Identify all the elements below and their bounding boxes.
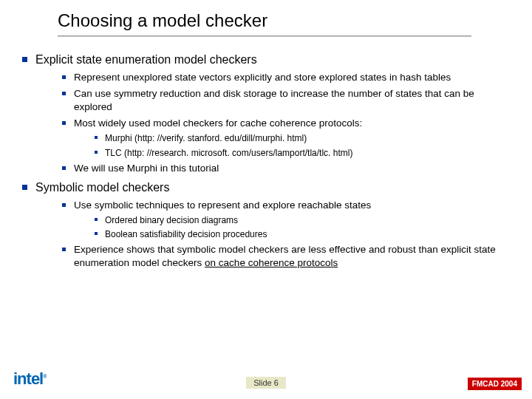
title-underline	[58, 35, 471, 36]
bullet-text-underlined: on cache coherence protocols	[205, 257, 338, 268]
bullet-explicit: Explicit state enumeration model checker…	[15, 52, 510, 175]
bullet-text: Symbolic model checkers	[35, 181, 169, 194]
slide-title: Choosing a model checker	[58, 10, 267, 31]
bullet-text: Use symbolic techniques to represent and…	[74, 199, 510, 212]
conference-badge: FMCAD 2004	[468, 378, 522, 390]
bullet-text: We will use Murphi in this tutorial	[74, 162, 510, 175]
bullet-represent: Represent unexplored state vectors expli…	[58, 71, 510, 84]
bullet-obdd: Ordered binary decision diagrams	[92, 214, 510, 226]
slide-number: Slide 6	[246, 377, 286, 389]
bullet-murphi: Murphi (http: //verify. stanford. edu/di…	[92, 132, 510, 144]
bullet-text: Represent unexplored state vectors expli…	[74, 71, 510, 84]
bullet-most-used: Most widely used model checkers for cach…	[58, 117, 510, 159]
bullet-experience: Experience shows that symbolic model che…	[58, 243, 510, 270]
bullet-text: Can use symmetry reduction and disk stor…	[74, 87, 510, 114]
bullet-tlc: TLC (http: //research. microsoft. com/us…	[92, 147, 510, 159]
slide-number-wrap: Slide 6	[0, 377, 532, 389]
bullet-text: Ordered binary decision diagrams	[105, 214, 510, 226]
bullet-use-murphi: We will use Murphi in this tutorial	[58, 162, 510, 175]
bullet-symbolic: Symbolic model checkers Use symbolic tec…	[15, 180, 510, 270]
bullet-use-symbolic: Use symbolic techniques to represent and…	[58, 199, 510, 241]
bullet-text: Murphi (http: //verify. stanford. edu/di…	[105, 132, 510, 144]
bullet-text: TLC (http: //research. microsoft. com/us…	[105, 147, 510, 159]
bullet-symmetry: Can use symmetry reduction and disk stor…	[58, 87, 510, 114]
bullet-text: Most widely used model checkers for cach…	[74, 117, 510, 130]
bullet-text: Experience shows that symbolic model che…	[74, 243, 510, 270]
bullet-sat: Boolean satisfiability decision procedur…	[92, 228, 510, 240]
bullet-text: Boolean satisfiability decision procedur…	[105, 228, 510, 240]
bullet-text: Explicit state enumeration model checker…	[35, 53, 257, 66]
slide-body: Explicit state enumeration model checker…	[15, 52, 510, 275]
